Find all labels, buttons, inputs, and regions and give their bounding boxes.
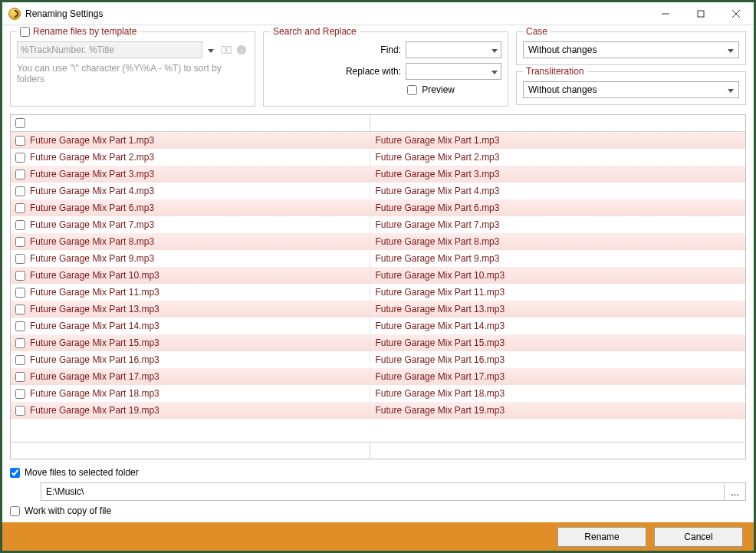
table-row[interactable]: Future Garage Mix Part 15.mp3Future Gara…: [11, 334, 745, 351]
app-icon: [8, 8, 21, 20]
table-row[interactable]: Future Garage Mix Part 13.mp3Future Gara…: [11, 301, 745, 318]
target-filename: Future Garage Mix Part 11.mp3: [375, 287, 505, 298]
row-checkbox[interactable]: [15, 406, 25, 416]
case-combo[interactable]: Without changes: [523, 41, 739, 58]
chevron-down-icon: [728, 44, 734, 55]
row-checkbox[interactable]: [15, 220, 25, 230]
template-input[interactable]: [17, 41, 202, 58]
source-filename: Future Garage Mix Part 2.mp3: [30, 152, 154, 163]
info-icon[interactable]: i: [235, 41, 248, 58]
row-checkbox[interactable]: [15, 288, 25, 298]
transliteration-legend: Transliteration: [526, 66, 584, 77]
table-row[interactable]: Future Garage Mix Part 4.mp3Future Garag…: [11, 183, 745, 199]
table-row[interactable]: Future Garage Mix Part 19.mp3Future Gara…: [11, 402, 745, 419]
table-row[interactable]: Future Garage Mix Part 10.mp3Future Gara…: [11, 267, 745, 284]
source-filename: Future Garage Mix Part 7.mp3: [30, 219, 154, 230]
target-filename: Future Garage Mix Part 7.mp3: [375, 219, 499, 230]
row-checkbox[interactable]: [15, 372, 25, 382]
source-filename: Future Garage Mix Part 6.mp3: [30, 202, 154, 213]
row-checkbox[interactable]: [15, 153, 25, 163]
file-table-body[interactable]: Future Garage Mix Part 1.mp3Future Garag…: [11, 132, 745, 442]
rename-button[interactable]: Rename: [557, 527, 646, 547]
preview-checkbox[interactable]: [407, 85, 417, 95]
source-filename: Future Garage Mix Part 11.mp3: [30, 287, 159, 298]
source-filename: Future Garage Mix Part 16.mp3: [30, 354, 159, 365]
group-rename-by-template: Rename files by template i You can use "…: [10, 31, 255, 107]
row-checkbox[interactable]: [15, 136, 25, 146]
table-row[interactable]: Future Garage Mix Part 8.mp3Future Garag…: [11, 233, 745, 250]
table-row[interactable]: Future Garage Mix Part 14.mp3Future Gara…: [11, 318, 745, 334]
svg-rect-5: [227, 47, 231, 54]
row-checkbox[interactable]: [15, 186, 25, 196]
row-checkbox[interactable]: [15, 304, 25, 314]
table-row[interactable]: Future Garage Mix Part 7.mp3Future Garag…: [11, 216, 745, 233]
row-checkbox[interactable]: [15, 355, 25, 365]
browse-button[interactable]: ...: [725, 482, 746, 501]
bottom-bar: Rename Cancel: [2, 522, 754, 551]
search-replace-legend: Search and Replace: [273, 26, 357, 37]
minimize-button[interactable]: [648, 2, 683, 25]
move-files-label: Move files to selected folder: [25, 467, 139, 478]
source-filename: Future Garage Mix Part 3.mp3: [30, 169, 154, 179]
destination-path-input[interactable]: [41, 482, 725, 501]
target-filename: Future Garage Mix Part 13.mp3: [375, 304, 505, 314]
window-title: Renaming Settings: [25, 8, 648, 19]
select-all-checkbox[interactable]: [15, 118, 25, 128]
table-row[interactable]: Future Garage Mix Part 3.mp3Future Garag…: [11, 166, 745, 183]
target-filename: Future Garage Mix Part 18.mp3: [375, 388, 505, 399]
case-value: Without changes: [528, 44, 597, 55]
work-with-copy-checkbox[interactable]: [10, 506, 20, 516]
target-filename: Future Garage Mix Part 17.mp3: [375, 371, 505, 382]
row-checkbox[interactable]: [15, 203, 25, 213]
preview-label: Preview: [422, 84, 455, 95]
source-filename: Future Garage Mix Part 17.mp3: [30, 371, 159, 382]
table-row[interactable]: Future Garage Mix Part 11.mp3Future Gara…: [11, 284, 745, 301]
row-checkbox[interactable]: [15, 271, 25, 281]
find-combo[interactable]: [406, 41, 501, 58]
source-filename: Future Garage Mix Part 19.mp3: [30, 405, 159, 416]
source-filename: Future Garage Mix Part 4.mp3: [30, 186, 154, 196]
row-checkbox[interactable]: [15, 389, 25, 399]
target-filename: Future Garage Mix Part 16.mp3: [375, 354, 505, 365]
target-filename: Future Garage Mix Part 10.mp3: [375, 270, 505, 281]
row-checkbox[interactable]: [15, 254, 25, 264]
rename-by-template-legend: Rename files by template: [33, 26, 136, 37]
source-filename: Future Garage Mix Part 8.mp3: [30, 236, 154, 247]
template-pick-icon[interactable]: [219, 41, 233, 58]
table-row[interactable]: Future Garage Mix Part 16.mp3Future Gara…: [11, 351, 745, 368]
source-filename: Future Garage Mix Part 15.mp3: [30, 337, 159, 348]
table-row[interactable]: Future Garage Mix Part 17.mp3Future Gara…: [11, 368, 745, 385]
source-filename: Future Garage Mix Part 13.mp3: [30, 304, 159, 314]
window: Renaming Settings Rename files by templa…: [2, 2, 754, 551]
move-files-checkbox[interactable]: [10, 468, 20, 478]
target-filename: Future Garage Mix Part 6.mp3: [375, 202, 499, 213]
template-dropdown-icon[interactable]: [204, 41, 218, 58]
rename-by-template-checkbox[interactable]: [20, 27, 30, 37]
row-checkbox[interactable]: [15, 170, 25, 179]
close-button[interactable]: [718, 2, 754, 25]
target-filename: Future Garage Mix Part 1.mp3: [375, 135, 499, 146]
source-filename: Future Garage Mix Part 10.mp3: [30, 270, 159, 281]
svg-rect-1: [698, 11, 704, 17]
table-row[interactable]: Future Garage Mix Part 18.mp3Future Gara…: [11, 385, 745, 402]
source-filename: Future Garage Mix Part 9.mp3: [30, 253, 154, 264]
file-table: Future Garage Mix Part 1.mp3Future Garag…: [10, 114, 746, 459]
svg-rect-4: [222, 47, 225, 54]
row-checkbox[interactable]: [15, 338, 25, 348]
maximize-button[interactable]: [683, 2, 718, 25]
chevron-down-icon: [728, 84, 734, 95]
transliteration-combo[interactable]: Without changes: [523, 81, 739, 98]
table-row[interactable]: Future Garage Mix Part 1.mp3Future Garag…: [11, 132, 745, 149]
row-checkbox[interactable]: [15, 321, 25, 331]
row-checkbox[interactable]: [15, 237, 25, 247]
group-transliteration: Transliteration Without changes: [516, 71, 746, 105]
table-row[interactable]: Future Garage Mix Part 2.mp3Future Garag…: [11, 149, 745, 166]
source-filename: Future Garage Mix Part 18.mp3: [30, 388, 159, 399]
cancel-button[interactable]: Cancel: [654, 527, 743, 547]
titlebar: Renaming Settings: [2, 2, 754, 25]
table-row[interactable]: Future Garage Mix Part 9.mp3Future Garag…: [11, 250, 745, 267]
target-filename: Future Garage Mix Part 15.mp3: [375, 337, 505, 348]
transliteration-value: Without changes: [528, 84, 597, 95]
table-row[interactable]: Future Garage Mix Part 6.mp3Future Garag…: [11, 199, 745, 216]
replace-combo[interactable]: [406, 63, 501, 80]
